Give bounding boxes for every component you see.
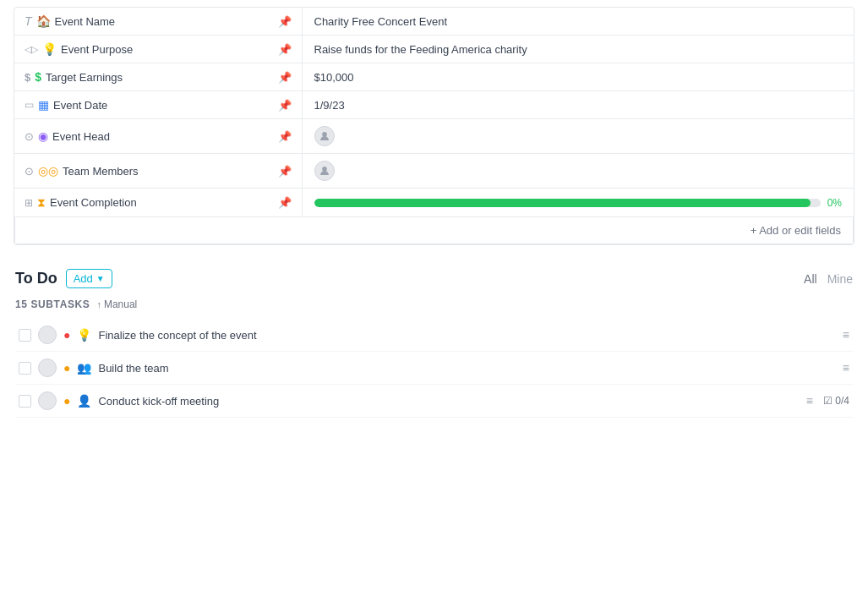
type-icon-event-purpose: ◁▷	[25, 44, 38, 55]
task-status-icon-task-2: ●	[63, 361, 70, 375]
field-label-team-members: Team Members	[63, 165, 139, 178]
field-value-event-date[interactable]: 1/9/23	[302, 91, 854, 119]
progress-label-event-completion: 0%	[827, 197, 842, 209]
type-icon-event-date: ▭	[25, 99, 34, 111]
svg-point-1	[322, 167, 327, 172]
task-item-task-3: ● 👤 Conduct kick-off meeting ≡ ☑ 0/4	[15, 385, 853, 418]
task-status-icon-task-1: ●	[63, 328, 70, 342]
task-checkbox-task-1[interactable]	[19, 329, 31, 342]
avatar-container-event-head	[314, 126, 843, 146]
label-cell-event-date: ▭ ▦ Event Date 📌	[25, 98, 292, 112]
color-icon-event-purpose: 💡	[42, 42, 57, 56]
subtasks-meta: 15 SUBTASKS ↑ Manual	[15, 298, 853, 310]
field-row-event-name: T 🏠 Event Name 📌 Charity Free Concert Ev…	[14, 8, 854, 36]
sort-arrow-icon: ↑	[96, 299, 101, 309]
todo-header: To Do Add ▼ All Mine	[15, 269, 853, 288]
task-menu-icon-task-3[interactable]: ≡	[806, 394, 813, 408]
add-fields-row: + Add or edit fields	[14, 217, 854, 244]
subtasks-count: 15 SUBTASKS	[15, 298, 90, 310]
field-row-team-members: ⊙ ◎◎ Team Members 📌	[14, 154, 854, 189]
task-list: ● 💡 Finalize the concept of the event ≡ …	[15, 319, 853, 418]
pin-icon-event-name[interactable]: 📌	[278, 15, 292, 28]
label-cell-event-completion: ⊞ ⧗ Event Completion 📌	[25, 195, 292, 210]
label-cell-event-purpose: ◁▷ 💡 Event Purpose 📌	[25, 42, 292, 56]
chevron-down-icon: ▼	[96, 274, 105, 283]
field-label-event-purpose: Event Purpose	[61, 43, 133, 56]
label-cell-event-name: T 🏠 Event Name 📌	[25, 14, 292, 28]
todo-section: To Do Add ▼ All Mine 15 SUBTASKS ↑ Manua…	[14, 269, 854, 418]
add-button[interactable]: Add ▼	[66, 269, 112, 288]
field-row-event-date: ▭ ▦ Event Date 📌 1/9/23	[14, 91, 854, 119]
progress-bar-inner-event-completion	[314, 199, 811, 207]
field-value-event-head[interactable]	[302, 119, 854, 154]
task-item-task-2: ● 👥 Build the team ≡	[15, 352, 853, 385]
type-icon-team-members: ⊙	[25, 165, 34, 178]
pin-icon-team-members[interactable]: 📌	[278, 165, 292, 178]
filter-mine[interactable]: Mine	[827, 272, 853, 286]
progress-container-event-completion: 0%	[314, 197, 843, 209]
label-cell-team-members: ⊙ ◎◎ Team Members 📌	[25, 164, 292, 178]
field-value-event-completion[interactable]: 0%	[302, 189, 854, 217]
task-avatar-task-2	[38, 358, 57, 377]
task-avatar-task-1	[38, 326, 57, 344]
pin-icon-event-purpose[interactable]: 📌	[278, 43, 292, 56]
task-name-task-1: Finalize the concept of the event	[98, 329, 835, 342]
task-priority-icon-task-3: 👤	[77, 394, 91, 408]
subtasks-sort[interactable]: ↑ Manual	[96, 298, 137, 310]
field-row-event-head: ⊙ ◉ Event Head 📌	[14, 119, 854, 154]
field-label-event-date: Event Date	[53, 99, 107, 112]
field-label-target-earnings: Target Earnings	[46, 71, 123, 84]
pin-icon-event-date[interactable]: 📌	[278, 99, 292, 112]
filter-all[interactable]: All	[804, 272, 817, 286]
task-name-task-3: Conduct kick-off meeting	[98, 395, 799, 408]
field-row-event-purpose: ◁▷ 💡 Event Purpose 📌 Raise funds for the…	[14, 36, 854, 63]
label-cell-event-head: ⊙ ◉ Event Head 📌	[25, 129, 292, 143]
field-row-target-earnings: $ $ Target Earnings 📌 $10,000	[14, 63, 854, 91]
add-fields-link[interactable]: + Add or edit fields	[751, 224, 841, 237]
color-icon-event-head: ◉	[38, 129, 48, 143]
progress-bar-outer-event-completion	[314, 199, 821, 207]
field-label-event-completion: Event Completion	[50, 196, 137, 209]
color-icon-event-completion: ⧗	[37, 195, 46, 210]
field-value-event-name[interactable]: Charity Free Concert Event	[302, 8, 854, 36]
label-cell-target-earnings: $ $ Target Earnings 📌	[25, 70, 292, 84]
task-priority-icon-task-2: 👥	[77, 361, 91, 375]
todo-title: To Do	[15, 270, 57, 287]
field-value-target-earnings[interactable]: $10,000	[302, 63, 854, 91]
task-priority-icon-task-1: 💡	[77, 328, 91, 342]
task-menu-icon-task-1[interactable]: ≡	[843, 328, 849, 342]
task-checklist-task-3: ☑ 0/4	[823, 395, 849, 407]
color-icon-target-earnings: $	[35, 70, 41, 84]
type-icon-target-earnings: $	[25, 71, 30, 84]
todo-filters: All Mine	[804, 272, 853, 286]
type-icon-event-completion: ⊞	[25, 197, 33, 209]
task-checkbox-task-2[interactable]	[19, 362, 31, 375]
task-menu-icon-task-2[interactable]: ≡	[843, 361, 849, 375]
color-icon-event-name: 🏠	[36, 14, 51, 28]
avatar-team-members	[314, 161, 335, 181]
color-icon-event-date: ▦	[38, 98, 49, 112]
task-status-icon-task-3: ●	[63, 394, 70, 408]
fields-table: T 🏠 Event Name 📌 Charity Free Concert Ev…	[14, 7, 854, 245]
pin-icon-event-head[interactable]: 📌	[278, 130, 292, 143]
color-icon-team-members: ◎◎	[38, 164, 58, 178]
field-value-event-purpose[interactable]: Raise funds for the Feeding America char…	[302, 36, 854, 63]
task-name-task-2: Build the team	[98, 362, 835, 375]
task-item-task-1: ● 💡 Finalize the concept of the event ≡	[15, 319, 853, 352]
pin-icon-event-completion[interactable]: 📌	[278, 196, 292, 209]
field-row-event-completion: ⊞ ⧗ Event Completion 📌 0%	[14, 189, 854, 217]
avatar-event-head	[314, 126, 335, 146]
pin-icon-target-earnings[interactable]: 📌	[278, 71, 292, 84]
type-icon-event-name: T	[25, 14, 32, 28]
field-label-event-name: Event Name	[55, 15, 116, 28]
avatar-container-team-members	[314, 161, 843, 181]
field-label-event-head: Event Head	[52, 130, 110, 143]
task-avatar-task-3	[38, 391, 57, 410]
task-checkbox-task-3[interactable]	[19, 395, 31, 408]
field-value-team-members[interactable]	[302, 154, 854, 189]
type-icon-event-head: ⊙	[25, 130, 34, 143]
svg-point-0	[322, 132, 327, 137]
